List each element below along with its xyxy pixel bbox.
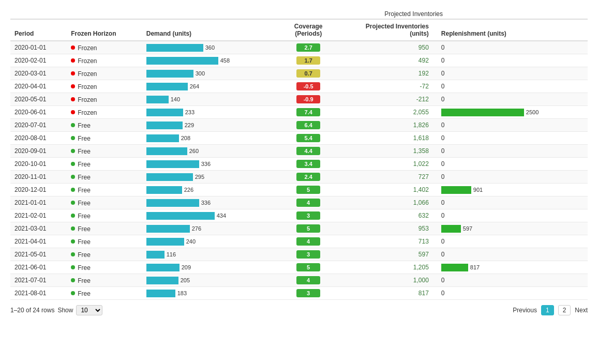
frozen-cell: Frozen xyxy=(67,67,142,80)
demand-bar xyxy=(146,199,199,207)
frozen-cell: Free xyxy=(67,222,142,235)
replen-zero: 0 xyxy=(441,160,445,168)
coverage-badge: 0.7 xyxy=(296,69,320,78)
table-row: 2020-10-01Free 336 3.41,0220 xyxy=(10,158,588,171)
proj-inv-cell: -72 xyxy=(337,80,437,93)
period-cell: 2020-04-01 xyxy=(10,80,67,93)
projected-inventories-superheader: Projected Inventories xyxy=(384,10,443,18)
table-row: 2020-05-01Frozen 140 -0.9-2120 xyxy=(10,93,588,106)
coverage-badge: 7.4 xyxy=(296,108,320,116)
frozen-cell: Free xyxy=(67,287,142,300)
coverage-cell: 5 xyxy=(280,184,337,196)
frozen-cell: Free xyxy=(67,235,142,248)
coverage-badge: 5 xyxy=(296,186,320,194)
demand-bar xyxy=(146,134,179,142)
replen-value: 817 xyxy=(470,264,480,270)
frozen-label: Free xyxy=(78,290,91,297)
frozen-label: Free xyxy=(78,238,91,245)
frozen-dot xyxy=(71,149,75,153)
demand-bar xyxy=(146,70,193,78)
replen-zero: 0 xyxy=(441,44,445,51)
frozen-dot xyxy=(71,252,75,256)
table-row: 2020-02-01Frozen 458 1.74920 xyxy=(10,54,588,67)
frozen-dot xyxy=(71,110,75,114)
demand-value: 264 xyxy=(190,83,199,89)
frozen-cell: Free xyxy=(67,209,142,222)
demand-bar xyxy=(146,290,175,297)
show-select[interactable]: 10 20 50 100 xyxy=(76,305,102,315)
demand-cell: 434 xyxy=(142,209,280,222)
demand-bar xyxy=(146,186,182,194)
frozen-cell: Free xyxy=(67,171,142,184)
frozen-label: Free xyxy=(78,173,91,180)
demand-value: 336 xyxy=(201,161,211,167)
demand-cell: 336 xyxy=(142,158,280,171)
demand-value: 260 xyxy=(189,148,199,154)
show-label: Show xyxy=(57,307,73,314)
proj-inv-cell: 713 xyxy=(337,235,437,248)
coverage-badge: 3 xyxy=(296,211,320,220)
table-row: 2020-07-01Free 229 6.41,8260 xyxy=(10,119,588,132)
table-row: 2021-02-01Free 434 36320 xyxy=(10,209,588,222)
previous-button[interactable]: Previous xyxy=(513,307,537,314)
replen-cell: 2500 xyxy=(437,106,588,119)
frozen-cell: Frozen xyxy=(67,106,142,119)
replen-cell: 0 xyxy=(437,287,588,300)
col-header-frozen: Frozen Horizon xyxy=(67,19,142,41)
replen-cell: 0 xyxy=(437,209,588,222)
proj-inv-cell: 597 xyxy=(337,248,437,261)
demand-value: 360 xyxy=(205,44,215,51)
coverage-badge: 3 xyxy=(296,250,320,259)
proj-inv-cell: 953 xyxy=(337,222,437,235)
replen-value: 901 xyxy=(473,187,483,193)
coverage-badge: 3 xyxy=(296,289,320,297)
frozen-cell: Free xyxy=(67,145,142,158)
table-body: 2020-01-01Frozen 360 2.795002020-02-01Fr… xyxy=(10,41,588,300)
table-row: 2020-12-01Free 226 51,402 901 xyxy=(10,184,588,196)
coverage-badge: 2.4 xyxy=(296,173,320,181)
col-header-proj-inv: Projected Inventories (units) xyxy=(337,19,437,41)
period-cell: 2020-06-01 xyxy=(10,106,67,119)
replen-zero: 0 xyxy=(441,147,445,155)
col-header-demand: Demand (units) xyxy=(142,19,280,41)
frozen-label: Frozen xyxy=(78,83,97,90)
table-row: 2020-11-01Free 295 2.47270 xyxy=(10,171,588,184)
demand-cell: 276 xyxy=(142,222,280,235)
frozen-cell: Free xyxy=(67,119,142,132)
replen-cell: 817 xyxy=(437,261,588,274)
demand-bar xyxy=(146,225,190,233)
coverage-cell: 3 xyxy=(280,287,337,300)
next-button[interactable]: Next xyxy=(575,307,588,314)
replen-zero: 0 xyxy=(441,277,445,284)
frozen-cell: Free xyxy=(67,261,142,274)
frozen-dot xyxy=(71,162,75,166)
table-row: 2021-05-01Free 116 35970 xyxy=(10,248,588,261)
page-1-button[interactable]: 1 xyxy=(541,305,554,315)
frozen-dot xyxy=(71,136,75,140)
demand-cell: 226 xyxy=(142,184,280,196)
period-cell: 2020-02-01 xyxy=(10,54,67,67)
demand-cell: 264 xyxy=(142,80,280,93)
table-row: 2021-01-01Free 336 41,0660 xyxy=(10,196,588,209)
replen-bar xyxy=(441,186,471,194)
frozen-dot xyxy=(71,46,75,50)
page-2-button[interactable]: 2 xyxy=(558,305,571,315)
frozen-cell: Frozen xyxy=(67,80,142,93)
replen-zero: 0 xyxy=(441,212,445,219)
replen-cell: 0 xyxy=(437,54,588,67)
period-cell: 2020-05-01 xyxy=(10,93,67,106)
table-row: 2020-09-01Free 260 4.41,3580 xyxy=(10,145,588,158)
proj-inv-cell: 492 xyxy=(337,54,437,67)
col-header-coverage: Coverage (Periods) xyxy=(280,19,337,41)
demand-value: 458 xyxy=(220,57,230,64)
demand-cell: 233 xyxy=(142,106,280,119)
coverage-badge: 1.7 xyxy=(296,56,320,65)
demand-value: 205 xyxy=(181,277,190,283)
demand-value: 183 xyxy=(177,290,187,296)
frozen-dot xyxy=(71,123,75,127)
frozen-cell: Free xyxy=(67,184,142,196)
main-table: Period Frozen Horizon Demand (units) Cov… xyxy=(10,19,588,300)
replen-bar xyxy=(441,109,524,116)
coverage-cell: 6.4 xyxy=(280,119,337,132)
demand-bar xyxy=(146,83,188,90)
